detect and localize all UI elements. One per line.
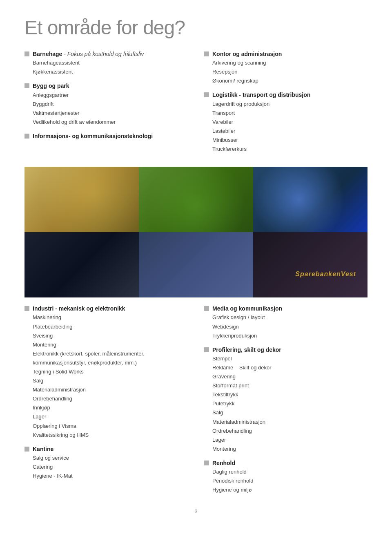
section-logistikk-title: Logistikk - transport og distribusjon <box>212 91 310 98</box>
image-electronics <box>24 232 139 297</box>
list-item: Arkivering og scanning <box>212 58 368 67</box>
list-item: Putetrykk <box>212 399 368 408</box>
bullet-icon <box>204 461 209 465</box>
section-informasjon: Informasjons- og kommunikasjonsteknologi <box>24 132 188 140</box>
section-renhold-items: Daglig renhold Periodisk renhold Hygiene… <box>204 467 368 494</box>
list-item: Gravering <box>212 372 368 381</box>
brand-label: SparebankenVest <box>295 270 356 278</box>
list-item: Transport <box>212 109 368 118</box>
section-logistikk-header: Logistikk - transport og distribusjon <box>204 91 368 98</box>
list-item: Salg og service <box>33 454 188 463</box>
section-industri-title: Industri - mekanisk og elektronikk <box>33 305 125 312</box>
section-renhold-header: Renhold <box>204 459 368 467</box>
list-item: Tekstiltrykk <box>212 390 368 399</box>
bullet-icon <box>204 92 209 97</box>
section-profilering-items: Stempel Reklame – Skilt og dekor Graveri… <box>204 354 368 454</box>
list-item: Lager <box>33 412 188 421</box>
list-item: Lager <box>212 436 368 445</box>
top-section: Barnehage - Fokus på kosthold og friluft… <box>24 50 368 159</box>
section-profilering-title: Profilering, skilt og dekor <box>212 346 281 353</box>
section-profilering: Profilering, skilt og dekor Stempel Rekl… <box>204 346 368 454</box>
list-item: Innkjøp <box>33 403 188 412</box>
list-item: Trykkeriproduksjon <box>212 331 368 340</box>
image-placeholder <box>253 232 368 297</box>
list-item: Anleggsgartner <box>33 91 188 100</box>
image-placeholder <box>24 232 139 297</box>
section-kantine: Kantine Salg og service Catering Hygiene… <box>24 445 188 481</box>
list-item: Stempel <box>212 354 368 363</box>
section-renhold-title: Renhold <box>212 459 235 467</box>
section-media-title: Media og kommunikasjon <box>212 305 282 312</box>
bottom-left-column: Industri - mekanisk og elektronikk Maski… <box>24 305 188 500</box>
section-industri: Industri - mekanisk og elektronikk Maski… <box>24 305 188 440</box>
list-item: Sveising <box>33 331 188 340</box>
list-item: Hygiene og miljø <box>212 485 368 494</box>
section-barnehage-title: Barnehage - Fokus på kosthold og friluft… <box>33 50 144 58</box>
list-item: Reklame – Skilt og dekor <box>212 363 368 372</box>
image-grid: SparebankenVest <box>24 167 368 297</box>
list-item: Salg <box>212 408 368 417</box>
section-bygg-header: Bygg og park <box>24 82 188 89</box>
top-right-column: Kontor og administrasjon Arkivering og s… <box>204 50 368 159</box>
list-item: Montering <box>33 340 188 349</box>
bullet-icon <box>204 51 209 56</box>
image-welding <box>253 167 368 232</box>
section-barnehage-header: Barnehage - Fokus på kosthold og friluft… <box>24 50 188 58</box>
list-item: Storformat print <box>212 381 368 390</box>
section-bygg: Bygg og park Anleggsgartner Byggdrift Va… <box>24 82 188 127</box>
section-informasjon-header: Informasjons- og kommunikasjonsteknologi <box>24 132 188 140</box>
list-item: Montering <box>212 445 368 454</box>
list-item: Kvalitetssikring og HMS <box>33 431 188 440</box>
section-kantine-title: Kantine <box>33 445 53 453</box>
list-item: Periodisk renhold <box>212 476 368 485</box>
list-item: Ordrebehandling <box>212 427 368 436</box>
bottom-section: Industri - mekanisk og elektronikk Maski… <box>24 305 368 500</box>
list-item: Barnehageassistent <box>33 58 188 67</box>
image-sparebanken: SparebankenVest <box>253 232 368 297</box>
section-profilering-header: Profilering, skilt og dekor <box>204 346 368 353</box>
list-item: Vedlikehold og drift av eiendommer <box>33 118 188 127</box>
list-item: Tegning i Solid Works <box>33 367 188 376</box>
image-computer <box>139 232 253 297</box>
image-garden <box>139 167 253 232</box>
section-bygg-items: Anleggsgartner Byggdrift Vaktmestertjene… <box>24 91 188 127</box>
list-item: Materialadministrasjon <box>212 418 368 427</box>
list-item: Platebearbeiding <box>33 322 188 331</box>
section-bygg-title: Bygg og park <box>33 82 69 89</box>
section-kantine-header: Kantine <box>24 445 188 453</box>
bullet-icon <box>24 306 29 311</box>
list-item: Salg <box>33 376 188 385</box>
image-placeholder <box>253 167 368 232</box>
section-barnehage: Barnehage - Fokus på kosthold og friluft… <box>24 50 188 76</box>
page: Et område for deg? Barnehage - Fokus på … <box>0 0 392 541</box>
section-renhold: Renhold Daglig renhold Periodisk renhold… <box>204 459 368 494</box>
list-item: Byggdrift <box>33 100 188 109</box>
bullet-icon <box>24 51 29 56</box>
top-left-column: Barnehage - Fokus på kosthold og friluft… <box>24 50 188 159</box>
list-item: Webdesign <box>212 322 368 331</box>
bullet-icon <box>204 347 209 352</box>
bullet-icon <box>24 83 29 88</box>
list-item: Varebiler <box>212 118 368 127</box>
image-placeholder <box>24 167 139 232</box>
section-kontor-items: Arkivering og scanning Resepsjon Økonomi… <box>204 58 368 85</box>
list-item: Maskinering <box>33 313 188 322</box>
page-title: Et område for deg? <box>24 16 368 39</box>
list-item: Lastebiler <box>212 127 368 136</box>
bullet-icon <box>24 134 29 139</box>
image-placeholder <box>139 232 253 297</box>
list-item: Minibusser <box>212 136 368 145</box>
list-item: Hygiene - IK-Mat <box>33 472 188 481</box>
section-media-items: Grafisk design / layout Webdesign Trykke… <box>204 313 368 340</box>
section-logistikk-items: Lagerdrift og produksjon Transport Vareb… <box>204 100 368 154</box>
list-item: Elektronikk (kretskort, spoler, måleinst… <box>33 349 188 367</box>
list-item: Daglig renhold <box>212 467 368 476</box>
section-logistikk: Logistikk - transport og distribusjon La… <box>204 91 368 154</box>
section-kontor-title: Kontor og administrasjon <box>212 50 282 58</box>
bullet-icon <box>24 447 29 452</box>
list-item: Opplæring i Visma <box>33 422 188 431</box>
list-item: Vaktmestertjenester <box>33 109 188 118</box>
image-child-tire <box>24 167 139 232</box>
list-item: Materialadministrasjon <box>33 385 188 394</box>
section-media-header: Media og kommunikasjon <box>204 305 368 312</box>
